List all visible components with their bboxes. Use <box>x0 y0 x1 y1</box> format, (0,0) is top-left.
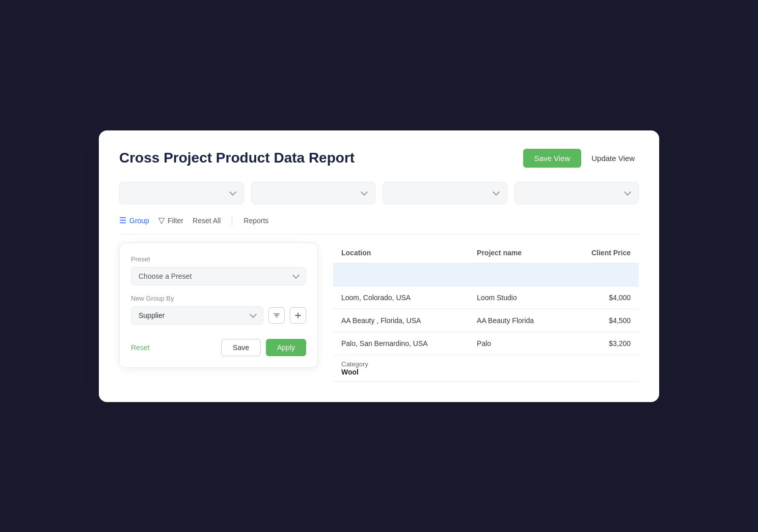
toolbar-separator <box>232 216 232 226</box>
table-row <box>333 263 639 286</box>
page-title: Cross Project Product Data Report <box>119 150 355 166</box>
filter-dropdown-3[interactable] <box>383 182 507 204</box>
cell-location: Palo, San Bernardino, USA <box>333 332 469 355</box>
col-client-price: Client Price <box>565 243 639 263</box>
group-row: Category Wool <box>333 355 639 381</box>
save-button[interactable]: Save <box>221 339 261 356</box>
panel-actions: Reset Save Apply <box>131 339 306 356</box>
chevron-down-icon <box>361 188 368 195</box>
chevron-down-icon <box>624 188 631 195</box>
col-location: Location <box>333 243 469 263</box>
cell-price: $4,000 <box>565 286 639 309</box>
chevron-down-icon <box>250 310 257 317</box>
table-row: Loom, Colorado, USA Loom Studio $4,000 <box>333 286 639 309</box>
chevron-down-icon <box>492 188 499 195</box>
toolbar-filter-label: Filter <box>168 217 183 225</box>
cell-location: Loom, Colorado, USA <box>333 286 469 309</box>
sort-icon-button[interactable] <box>268 307 285 324</box>
add-icon <box>294 311 302 320</box>
update-view-button[interactable]: Update View <box>587 149 639 168</box>
filter-icon: ▽ <box>158 216 165 225</box>
cell-price <box>565 263 639 286</box>
filter-dropdown-1[interactable] <box>119 182 244 204</box>
toolbar-reset-all-label: Reset All <box>193 217 221 225</box>
cell-project: AA Beauty Florida <box>469 309 565 332</box>
add-icon-button[interactable] <box>290 307 306 324</box>
toolbar-row: ☰ Group ▽ Filter Reset All Reports <box>119 216 639 234</box>
chevron-down-icon <box>229 188 236 195</box>
supplier-value: Supplier <box>139 311 165 320</box>
table-container: Location Project name Client Price Loo <box>333 243 639 382</box>
reset-button[interactable]: Reset <box>131 343 150 352</box>
cell-project: Palo <box>469 332 565 355</box>
filters-row <box>119 182 639 204</box>
filter-dropdown-2[interactable] <box>251 182 376 204</box>
supplier-row: Supplier <box>131 306 306 325</box>
toolbar-reset-all[interactable]: Reset All <box>193 217 221 225</box>
list-icon: ☰ <box>119 216 126 225</box>
cell-location: AA Beauty , Florida, USA <box>333 309 469 332</box>
apply-button[interactable]: Apply <box>266 339 306 356</box>
toolbar-reports-label: Reports <box>243 217 268 225</box>
group-panel: Preset Choose a Preset New Group By Supp… <box>119 243 318 368</box>
chevron-down-icon <box>292 271 300 278</box>
header-row: Cross Project Product Data Report Save V… <box>119 149 639 168</box>
sort-icon <box>273 311 281 320</box>
table-row: Palo, San Bernardino, USA Palo $3,200 <box>333 332 639 355</box>
col-project-name: Project name <box>469 243 565 263</box>
preset-placeholder: Choose a Preset <box>139 272 192 280</box>
cell-price: $4,500 <box>565 309 639 332</box>
table-header-row: Location Project name Client Price <box>333 243 639 263</box>
main-card: Cross Project Product Data Report Save V… <box>99 130 659 402</box>
group-category-value: Wool <box>341 368 631 376</box>
preset-label: Preset <box>131 255 306 263</box>
cell-project <box>469 263 565 286</box>
header-buttons: Save View Update View <box>523 149 639 168</box>
preset-select[interactable]: Choose a Preset <box>131 267 306 285</box>
toolbar-reports[interactable]: Reports <box>243 217 268 225</box>
data-table: Location Project name Client Price Loo <box>333 243 639 382</box>
group-category-label: Category <box>341 360 368 368</box>
filter-dropdown-4[interactable] <box>515 182 639 204</box>
new-group-by-label: New Group By <box>131 295 306 302</box>
toolbar-filter[interactable]: ▽ Filter <box>158 216 183 225</box>
cell-project: Loom Studio <box>469 286 565 309</box>
cell-location <box>333 263 469 286</box>
cell-price: $3,200 <box>565 332 639 355</box>
group-cell: Category Wool <box>333 355 639 381</box>
toolbar-group[interactable]: ☰ Group <box>119 216 149 225</box>
supplier-select[interactable]: Supplier <box>131 306 263 325</box>
save-view-button[interactable]: Save View <box>523 149 582 168</box>
table-row: AA Beauty , Florida, USA AA Beauty Flori… <box>333 309 639 332</box>
save-apply-buttons: Save Apply <box>221 339 306 356</box>
content-area: Preset Choose a Preset New Group By Supp… <box>119 234 639 382</box>
toolbar-group-label: Group <box>129 217 149 225</box>
